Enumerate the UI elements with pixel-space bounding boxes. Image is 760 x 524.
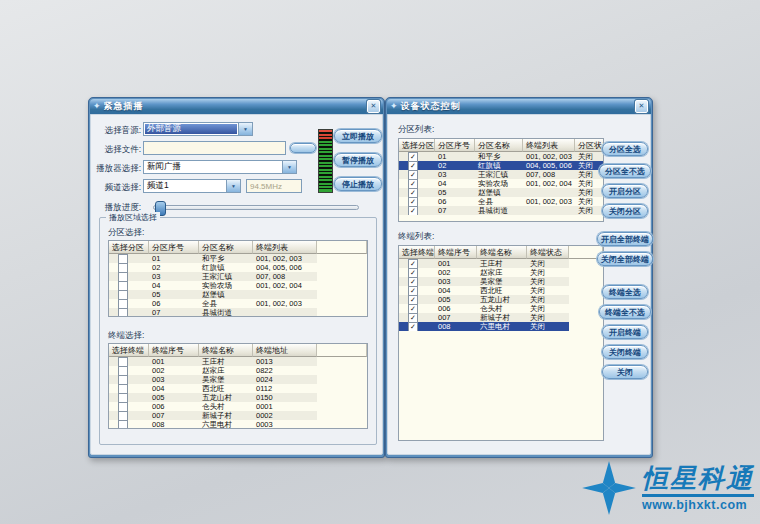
row-checkbox[interactable] — [118, 263, 128, 272]
table-cell-filler — [569, 304, 603, 313]
row-checkbox[interactable] — [118, 281, 128, 290]
table-row[interactable]: 05赵堡镇 — [109, 290, 367, 299]
open-partition-button[interactable]: 开启分区 — [602, 184, 648, 198]
close-icon[interactable]: ✕ — [367, 100, 380, 113]
table-row[interactable]: 01和平乡001, 002, 003 — [109, 254, 367, 263]
partition-deselect-all-button[interactable]: 分区全不选 — [599, 164, 651, 178]
table-row[interactable]: 006仓头村0001 — [109, 402, 367, 411]
player-dropdown[interactable]: 新闻广播 ▼ — [143, 160, 297, 174]
open-terminal-button[interactable]: 开启终端 — [602, 325, 648, 339]
table-cell-filler — [569, 286, 603, 295]
table-row[interactable]: ✓002赵家庄关闭 — [399, 268, 603, 277]
table-row[interactable]: ✓004西北旺关闭 — [399, 286, 603, 295]
table-row[interactable]: ✓008六里电村关闭 — [399, 322, 603, 331]
table-row[interactable]: ✓007新城子村关闭 — [399, 313, 603, 322]
row-checkbox[interactable] — [118, 366, 128, 375]
close-all-terminals-button[interactable]: 关闭全部终端 — [597, 252, 653, 266]
checkbox-cell: ✓ — [399, 322, 435, 331]
row-checkbox[interactable]: ✓ — [408, 313, 418, 322]
stop-playback-button[interactable]: 停止播放 — [334, 177, 382, 191]
table-row[interactable]: ✓03王家汇镇007, 008关闭 — [399, 170, 603, 179]
file-input[interactable] — [143, 141, 286, 155]
row-checkbox[interactable] — [118, 290, 128, 299]
partition-select-all-button[interactable]: 分区全选 — [602, 142, 648, 156]
row-checkbox[interactable] — [118, 308, 128, 317]
table-cell: 0002 — [253, 411, 317, 420]
table-row[interactable]: ✓04实验农场001, 002, 004关闭 — [399, 179, 603, 188]
terminal-select-all-button[interactable]: 终端全选 — [602, 285, 648, 299]
row-checkbox[interactable]: ✓ — [408, 197, 418, 206]
channel-dropdown[interactable]: 频道1 ▼ — [143, 179, 241, 193]
row-checkbox[interactable] — [118, 420, 128, 429]
row-checkbox[interactable] — [118, 375, 128, 384]
table-row[interactable]: 005五龙山村0150 — [109, 393, 367, 402]
row-checkbox[interactable]: ✓ — [408, 268, 418, 277]
table-row[interactable]: ✓003吴家堡关闭 — [399, 277, 603, 286]
row-checkbox[interactable] — [118, 411, 128, 420]
row-checkbox[interactable] — [118, 393, 128, 402]
open-all-terminals-button[interactable]: 开启全部终端 — [597, 232, 653, 246]
table-row[interactable]: 03王家汇镇007, 008 — [109, 272, 367, 281]
play-now-button[interactable]: 立即播放 — [334, 129, 382, 143]
table-cell-filler — [317, 272, 367, 281]
table-row[interactable]: 003吴家堡0024 — [109, 375, 367, 384]
close-partition-button[interactable]: 关闭分区 — [602, 204, 648, 218]
pause-playback-button[interactable]: 暂停播放 — [334, 153, 382, 167]
table-cell — [523, 206, 575, 215]
row-checkbox[interactable]: ✓ — [408, 304, 418, 313]
table-row[interactable]: ✓06全县001, 002, 003关闭 — [399, 197, 603, 206]
table-row[interactable]: 008六里电村0003 — [109, 420, 367, 429]
table-row[interactable]: 004西北旺0112 — [109, 384, 367, 393]
titlebar-device-status-control[interactable]: ✦ 设备状态控制 ✕ — [387, 99, 651, 114]
row-checkbox[interactable]: ✓ — [408, 206, 418, 215]
table-row[interactable]: 06全县001, 002, 003 — [109, 299, 367, 308]
row-checkbox[interactable] — [118, 357, 128, 366]
chevron-down-icon[interactable]: ▼ — [282, 161, 296, 173]
table-row[interactable]: ✓005五龙山村关闭 — [399, 295, 603, 304]
browse-button[interactable] — [290, 143, 316, 153]
table-cell: 001, 002, 003 — [523, 197, 575, 206]
table-row[interactable]: 02红旗镇004, 005, 006 — [109, 263, 367, 272]
chevron-down-icon[interactable]: ▼ — [226, 180, 240, 192]
table-row[interactable]: ✓001王庄村关闭 — [399, 259, 603, 268]
row-checkbox[interactable] — [118, 254, 128, 263]
table-row[interactable]: 002赵家庄0822 — [109, 366, 367, 375]
close-icon[interactable]: ✕ — [635, 100, 648, 113]
progress-slider[interactable] — [153, 205, 359, 210]
table-cell: 关闭 — [527, 313, 569, 322]
row-checkbox[interactable] — [118, 402, 128, 411]
row-checkbox[interactable] — [118, 299, 128, 308]
titlebar-emergency-broadcast[interactable]: ✦ 紧急插播 ✕ — [90, 99, 383, 114]
table-row[interactable]: 07县城街道 — [109, 308, 367, 317]
close-window-button[interactable]: 关闭 — [602, 365, 648, 379]
table-cell: 004 — [435, 286, 477, 295]
table-cell-filler — [317, 263, 367, 272]
table-row[interactable]: ✓02红旗镇004, 005, 006关闭 — [399, 161, 603, 170]
row-checkbox[interactable]: ✓ — [408, 170, 418, 179]
table-row[interactable]: 007新城子村0002 — [109, 411, 367, 420]
row-checkbox[interactable] — [118, 384, 128, 393]
row-checkbox[interactable]: ✓ — [408, 295, 418, 304]
row-checkbox[interactable]: ✓ — [408, 179, 418, 188]
table-row[interactable]: ✓01和平乡001, 002, 003关闭 — [399, 152, 603, 161]
row-checkbox[interactable]: ✓ — [408, 259, 418, 268]
row-checkbox[interactable] — [118, 272, 128, 281]
table-row[interactable]: 001王庄村0013 — [109, 357, 367, 366]
row-checkbox[interactable]: ✓ — [408, 152, 418, 161]
row-checkbox[interactable]: ✓ — [408, 277, 418, 286]
row-checkbox[interactable]: ✓ — [408, 188, 418, 197]
table-row[interactable]: ✓006仓头村关闭 — [399, 304, 603, 313]
table-cell-filler — [317, 308, 367, 317]
table-row[interactable]: ✓07县城街道关闭 — [399, 206, 603, 215]
table-row[interactable]: ✓05赵堡镇关闭 — [399, 188, 603, 197]
company-name: 恒星科通 — [642, 465, 754, 491]
checkbox-cell: ✓ — [399, 188, 435, 197]
row-checkbox[interactable]: ✓ — [408, 322, 418, 331]
table-row[interactable]: 04实验农场001, 002, 004 — [109, 281, 367, 290]
row-checkbox[interactable]: ✓ — [408, 286, 418, 295]
close-terminal-button[interactable]: 关闭终端 — [602, 345, 648, 359]
terminal-deselect-all-button[interactable]: 终端全不选 — [599, 305, 651, 319]
chevron-down-icon[interactable]: ▼ — [238, 123, 252, 135]
audio-source-dropdown[interactable]: 外部音源 ▼ — [143, 122, 253, 136]
row-checkbox[interactable]: ✓ — [408, 161, 418, 170]
